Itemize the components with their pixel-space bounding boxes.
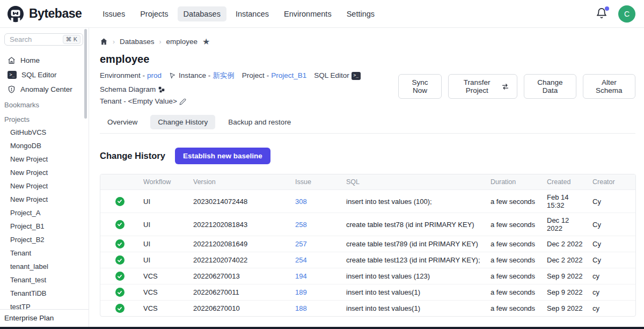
- sidebar-item-sql-editor[interactable]: >_ SQL Editor: [0, 68, 89, 82]
- issue-link-cell[interactable]: 308: [291, 190, 342, 213]
- home-icon: [8, 56, 16, 64]
- issue-link-cell[interactable]: 257: [291, 236, 342, 252]
- tenant-pair: Tenant - <Empty Value>: [100, 96, 186, 107]
- success-check-icon: [115, 197, 125, 206]
- chevron-right-icon: ›: [113, 38, 115, 46]
- creator-cell: cy: [588, 268, 636, 284]
- sidebar-project-item[interactable]: Tenant_test: [0, 273, 89, 287]
- project-link[interactable]: Project_B1: [271, 70, 306, 82]
- tab[interactable]: Backup and restore: [221, 115, 298, 129]
- table-row[interactable]: UI 20221202081649 257 create table test7…: [100, 236, 636, 252]
- table-row[interactable]: VCS 202206270010 188 insert into test va…: [100, 301, 636, 317]
- sidebar-scrollbar[interactable]: [84, 29, 87, 119]
- bytebase-logo-icon: [6, 5, 25, 23]
- status-cell: [100, 301, 139, 317]
- tab[interactable]: Overview: [100, 115, 145, 129]
- transfer-project-button[interactable]: Transfer Project: [448, 74, 517, 99]
- duration-cell: a few seconds: [486, 213, 543, 236]
- terminal-icon: >_: [8, 71, 17, 79]
- favorite-star-icon[interactable]: ★: [202, 36, 210, 47]
- search-shortcut-badge: ⌘ K: [63, 35, 80, 44]
- duration-cell: a few seconds: [486, 236, 543, 252]
- sidebar-project-item[interactable]: tenant_label: [0, 260, 89, 273]
- version-cell[interactable]: 20221202074022: [189, 252, 291, 268]
- user-avatar[interactable]: C: [618, 5, 635, 23]
- sql-editor-link[interactable]: SQL Editor >_: [314, 70, 361, 82]
- sidebar-item-anomaly-center[interactable]: Anomaly Center: [0, 82, 89, 97]
- table-row[interactable]: UI 20230214072448 308 insert into test v…: [100, 190, 636, 213]
- database-meta: Environment - prod Instance - 新实例 Projec…: [100, 70, 398, 107]
- environment-link[interactable]: prod: [147, 70, 162, 82]
- success-check-icon: [115, 239, 125, 248]
- version-cell[interactable]: 20221202081843: [189, 213, 291, 236]
- sync-now-button[interactable]: Sync Now: [398, 74, 442, 99]
- instance-icon: [169, 72, 177, 79]
- table-row[interactable]: VCS 202206270013 194 insert into test va…: [100, 268, 636, 284]
- issue-link-cell[interactable]: 254: [291, 252, 342, 268]
- version-cell[interactable]: 202206270011: [189, 284, 291, 301]
- sidebar-project-item[interactable]: GitHubVCS: [0, 126, 89, 139]
- establish-baseline-button[interactable]: Establish new baseline: [175, 148, 270, 164]
- schema-diagram-link[interactable]: Schema Diagram: [100, 84, 165, 96]
- sidebar-project-item[interactable]: New Project: [0, 166, 89, 179]
- success-check-icon: [115, 304, 125, 313]
- sidebar-project-item[interactable]: New Project: [0, 152, 89, 166]
- created-cell: Feb 14 15:32: [543, 190, 588, 213]
- nav-item[interactable]: Databases: [178, 6, 226, 21]
- version-cell[interactable]: 20230214072448: [189, 190, 291, 213]
- version-cell[interactable]: 202206270010: [189, 301, 291, 317]
- sidebar-project-item[interactable]: Project_A: [0, 206, 89, 220]
- instance-link[interactable]: 新实例: [213, 70, 235, 82]
- alter-schema-button[interactable]: Alter Schema: [583, 74, 635, 99]
- status-cell: [100, 252, 139, 268]
- sidebar-item-home[interactable]: Home: [0, 53, 89, 68]
- main-content: › Databases › employee ★ employee Enviro…: [89, 28, 644, 327]
- issue-link-cell[interactable]: 188: [291, 301, 342, 317]
- workflow-cell: UI: [139, 236, 189, 252]
- sidebar-item-label: SQL Editor: [21, 71, 57, 79]
- breadcrumb-databases[interactable]: Databases: [120, 38, 155, 46]
- workflow-cell: UI: [139, 213, 189, 236]
- table-row[interactable]: UI 20221202081843 258 create table test7…: [100, 213, 636, 236]
- nav-item[interactable]: Settings: [341, 6, 380, 21]
- breadcrumb-home-icon[interactable]: [100, 38, 108, 46]
- sidebar-project-item[interactable]: Project_B2: [0, 233, 89, 246]
- version-cell[interactable]: 20221202081649: [189, 236, 291, 252]
- database-tabs: OverviewChange HistoryBackup and restore: [100, 115, 635, 134]
- edit-pencil-icon[interactable]: [179, 98, 186, 105]
- sidebar-project-item[interactable]: Project_B1: [0, 220, 89, 233]
- nav-item[interactable]: Issues: [97, 6, 131, 21]
- version-cell[interactable]: 202206270013: [189, 268, 291, 284]
- duration-cell: a few seconds: [486, 284, 543, 301]
- col-issue: Issue: [291, 174, 342, 190]
- sidebar-project-item[interactable]: New Project: [0, 179, 89, 193]
- breadcrumb-employee[interactable]: employee: [166, 38, 198, 46]
- sidebar-project-item[interactable]: TenantTiDB: [0, 287, 89, 300]
- nav-item[interactable]: Environments: [278, 6, 338, 21]
- sql-cell: create table test123 (id int PRIMARY KEY…: [342, 252, 486, 268]
- sidebar-item-label: Anomaly Center: [20, 85, 72, 93]
- table-row[interactable]: UI 20221202074022 254 create table test1…: [100, 252, 636, 268]
- success-check-icon: [115, 272, 125, 281]
- sidebar-project-item[interactable]: New Project: [0, 193, 89, 206]
- instance-pair: Instance - 新实例: [169, 70, 235, 82]
- issue-link-cell[interactable]: 189: [291, 284, 342, 301]
- nav-item[interactable]: Instances: [230, 6, 275, 21]
- duration-cell: a few seconds: [486, 190, 543, 213]
- nav-item[interactable]: Projects: [134, 6, 174, 21]
- table-row[interactable]: VCS 202206270011 189 insert into test va…: [100, 284, 636, 301]
- chevron-right-icon: ›: [159, 38, 162, 46]
- brand[interactable]: Bytebase: [6, 5, 82, 23]
- issue-link-cell[interactable]: 258: [291, 213, 342, 236]
- sidebar-project-item[interactable]: Tenant: [0, 246, 89, 260]
- change-data-button[interactable]: Change Data: [524, 74, 576, 99]
- sidebar-project-item[interactable]: MongoDB: [0, 139, 89, 152]
- col-duration: Duration: [486, 174, 543, 190]
- plan-label: Enterprise Plan: [0, 309, 89, 327]
- sidebar-section-projects: Projects: [0, 111, 89, 126]
- issue-link-cell[interactable]: 194: [291, 268, 342, 284]
- notifications-bell-icon[interactable]: [596, 8, 609, 20]
- success-check-icon: [115, 288, 125, 297]
- search-input[interactable]: Search ⌘ K: [4, 33, 83, 46]
- tab[interactable]: Change History: [150, 115, 215, 129]
